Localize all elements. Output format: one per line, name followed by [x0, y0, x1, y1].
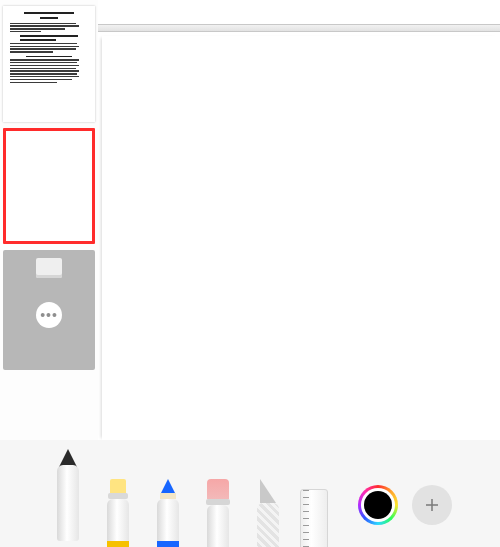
highlighter-tip-icon [110, 479, 126, 493]
pencil-tip-icon [161, 479, 175, 493]
ruler-tool[interactable] [298, 479, 330, 547]
plus-icon [423, 496, 441, 514]
page-thumbnail-add[interactable]: ••• [3, 250, 95, 370]
content-area: ••• [0, 0, 500, 440]
pencil-tool[interactable]: 50 [148, 479, 188, 547]
page-thumbnail-2-selected[interactable] [3, 128, 95, 244]
more-templates-button[interactable]: ••• [36, 302, 62, 328]
tool-group: 80 50 [48, 440, 330, 547]
toolbar-side-group [358, 485, 452, 525]
eraser-tip-icon [207, 479, 229, 499]
color-picker-button[interactable] [358, 485, 398, 525]
page-thumbnail-1[interactable] [3, 6, 95, 122]
page-thumbnail-sidebar: ••• [0, 0, 98, 440]
add-tool-button[interactable] [412, 485, 452, 525]
more-icon: ••• [40, 307, 58, 323]
app-root: ••• 80 [0, 0, 500, 547]
eraser-body-icon [207, 505, 229, 547]
horizontal-ruler [98, 24, 500, 32]
pen-body-icon [57, 465, 79, 541]
selection-blade-icon [260, 479, 276, 503]
canvas-area [98, 0, 500, 440]
drawing-toolbar: 80 50 [0, 440, 500, 547]
page-thumbnail-preview [3, 6, 95, 122]
pen-tool[interactable] [48, 449, 88, 541]
current-color-swatch [364, 491, 392, 519]
drawing-canvas[interactable] [102, 36, 500, 440]
highlighter-tool[interactable]: 80 [98, 479, 138, 547]
pencil-body-icon: 50 [157, 499, 179, 547]
highlighter-body-icon: 80 [107, 499, 129, 547]
selection-tool[interactable] [248, 479, 288, 547]
selection-body-icon [257, 503, 279, 547]
ruler-icon [300, 489, 328, 547]
template-preview-icon [36, 258, 62, 278]
eraser-tool[interactable] [198, 479, 238, 547]
